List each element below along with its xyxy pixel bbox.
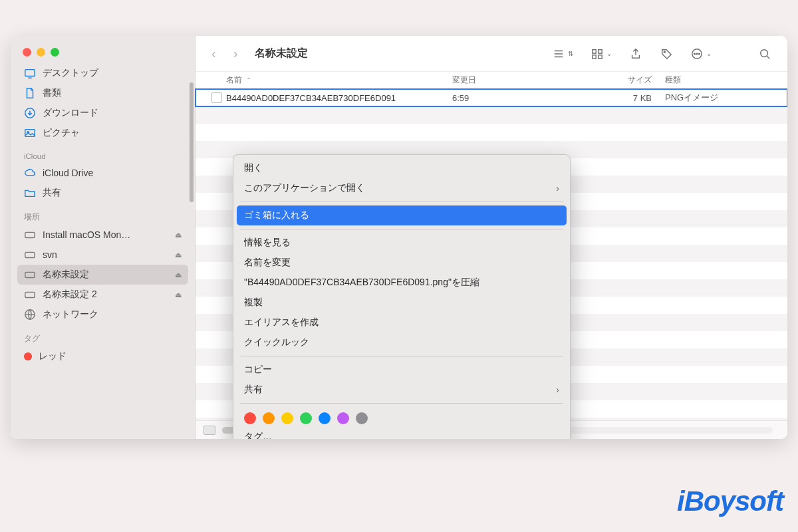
group-by-button[interactable]: ⌄ bbox=[587, 45, 616, 63]
minimize-window-button[interactable] bbox=[37, 48, 45, 57]
sidebar-item-label: iCloud Drive bbox=[43, 168, 93, 178]
disk-icon bbox=[24, 289, 36, 301]
ctx-share[interactable]: 共有 › bbox=[233, 380, 570, 400]
ctx-tags[interactable]: タグ… bbox=[233, 427, 570, 439]
ctx-label: タグ… bbox=[244, 431, 272, 439]
svg-rect-2 bbox=[25, 130, 35, 137]
tag-color-orange[interactable] bbox=[263, 412, 275, 424]
tag-color-blue[interactable] bbox=[319, 412, 331, 424]
toolbar: ‹ › 名称未設定 ⇅ ⌄ ⌄ bbox=[196, 36, 787, 72]
sidebar-item-icloud-drive[interactable]: iCloud Drive bbox=[17, 163, 188, 183]
file-name: B44490AD0DEF37CB34AEB730DFE6D091 bbox=[226, 93, 452, 103]
file-date: 6:59 bbox=[452, 93, 585, 103]
tag-color-green[interactable] bbox=[300, 412, 312, 424]
ctx-rename[interactable]: 名前を変更 bbox=[233, 253, 570, 273]
close-window-button[interactable] bbox=[23, 48, 31, 57]
chevron-down-icon: ⌄ bbox=[706, 50, 712, 57]
eject-icon[interactable]: ⏏ bbox=[175, 251, 182, 259]
ctx-copy[interactable]: コピー bbox=[233, 360, 570, 380]
sidebar-item-svn[interactable]: svn ⏏ bbox=[17, 245, 188, 265]
svg-point-16 bbox=[696, 53, 698, 55]
column-date[interactable]: 変更日 bbox=[452, 74, 585, 86]
column-name-label: 名前 bbox=[226, 74, 242, 86]
column-name[interactable]: 名前 ⌃ bbox=[226, 74, 452, 86]
column-kind[interactable]: 種類 bbox=[665, 74, 774, 86]
ctx-label: クイックルック bbox=[244, 336, 309, 348]
ctx-separator bbox=[240, 229, 563, 229]
ctx-duplicate[interactable]: 複製 bbox=[233, 293, 570, 313]
sidebar-item-label: Install macOS Mon… bbox=[43, 229, 130, 240]
ctx-tag-colors bbox=[233, 407, 570, 427]
svg-rect-5 bbox=[25, 252, 35, 257]
sidebar-item-pictures[interactable]: ピクチャ bbox=[17, 123, 188, 143]
pictures-icon bbox=[24, 127, 36, 139]
sidebar-item-shared[interactable]: 共有 bbox=[17, 183, 188, 203]
cloud-icon bbox=[24, 167, 36, 179]
sidebar-item-tag-red[interactable]: レッド bbox=[17, 346, 188, 366]
ctx-separator bbox=[240, 201, 563, 202]
tag-red-icon bbox=[24, 352, 32, 360]
sidebar-section-locations: 場所 bbox=[17, 203, 188, 225]
ctx-move-to-trash[interactable]: ゴミ箱に入れる bbox=[237, 205, 567, 225]
disk-icon bbox=[24, 269, 36, 281]
tag-color-gray[interactable] bbox=[356, 412, 368, 424]
sidebar-item-network[interactable]: ネットワーク bbox=[17, 305, 188, 325]
downloads-icon bbox=[24, 107, 36, 119]
sidebar-list: デスクトップ 書類 ダウンロード ピクチャ iCloud iCloud Driv… bbox=[11, 63, 195, 373]
svg-rect-11 bbox=[593, 55, 596, 58]
sidebar-section-tags: タグ bbox=[17, 325, 188, 346]
sidebar-item-label: 書類 bbox=[43, 87, 61, 99]
ctx-quick-look[interactable]: クイックルック bbox=[233, 332, 570, 352]
ctx-label: "B44490AD0DEF37CB34AEB730DFE6D091.png"を圧… bbox=[244, 277, 479, 289]
nav-back-button[interactable]: ‹ bbox=[207, 43, 220, 64]
view-mode-button[interactable]: ⇅ bbox=[548, 45, 577, 63]
share-button[interactable] bbox=[625, 45, 646, 63]
svg-point-17 bbox=[699, 53, 700, 55]
sidebar-item-label: ダウンロード bbox=[43, 107, 98, 119]
tag-color-red[interactable] bbox=[244, 412, 256, 424]
eject-icon[interactable]: ⏏ bbox=[175, 271, 182, 279]
ctx-open[interactable]: 開く bbox=[233, 158, 570, 178]
sidebar-item-documents[interactable]: 書類 bbox=[17, 83, 188, 103]
sidebar-item-untitled[interactable]: 名称未設定 ⏏ bbox=[17, 265, 188, 285]
ctx-get-info[interactable]: 情報を見る bbox=[233, 233, 570, 253]
sidebar-item-label: svn bbox=[43, 249, 57, 260]
ctx-separator bbox=[240, 403, 563, 404]
ctx-open-with[interactable]: このアプリケーションで開く › bbox=[233, 178, 570, 198]
tag-color-purple[interactable] bbox=[337, 412, 349, 424]
tag-button[interactable] bbox=[656, 45, 677, 63]
svg-rect-7 bbox=[25, 292, 35, 297]
svg-rect-10 bbox=[598, 49, 602, 53]
sidebar-item-label: 名称未設定 bbox=[43, 269, 89, 281]
ctx-label: エイリアスを作成 bbox=[244, 317, 319, 329]
context-menu: 開く このアプリケーションで開く › ゴミ箱に入れる 情報を見る 名前を変更 "… bbox=[233, 154, 571, 439]
ctx-label: 複製 bbox=[244, 297, 263, 309]
fullscreen-window-button[interactable] bbox=[51, 48, 59, 57]
sidebar-item-untitled-2[interactable]: 名称未設定 2 ⏏ bbox=[17, 285, 188, 305]
sidebar-scrollbar[interactable] bbox=[190, 82, 194, 202]
eject-icon[interactable]: ⏏ bbox=[175, 291, 182, 299]
sidebar-item-downloads[interactable]: ダウンロード bbox=[17, 103, 188, 123]
file-row[interactable]: B44490AD0DEF37CB34AEB730DFE6D091 6:59 7 … bbox=[196, 89, 787, 106]
chevron-right-icon: › bbox=[556, 384, 559, 395]
path-disk-icon[interactable] bbox=[203, 426, 215, 435]
more-actions-button[interactable]: ⌄ bbox=[686, 45, 716, 63]
file-kind: PNGイメージ bbox=[665, 92, 774, 104]
ctx-compress[interactable]: "B44490AD0DEF37CB34AEB730DFE6D091.png"を圧… bbox=[233, 273, 570, 293]
eject-icon[interactable]: ⏏ bbox=[175, 231, 182, 239]
desktop-icon bbox=[24, 67, 36, 79]
search-button[interactable] bbox=[754, 45, 775, 63]
svg-rect-12 bbox=[598, 55, 602, 58]
sidebar-item-label: レッド bbox=[39, 350, 66, 362]
ctx-make-alias[interactable]: エイリアスを作成 bbox=[233, 313, 570, 332]
svg-rect-4 bbox=[25, 232, 35, 237]
sidebar-item-install-macos[interactable]: Install macOS Mon… ⏏ bbox=[17, 225, 188, 245]
sidebar-item-label: 名称未設定 2 bbox=[43, 289, 97, 301]
nav-forward-button[interactable]: › bbox=[229, 43, 242, 64]
svg-rect-0 bbox=[25, 70, 35, 76]
tag-color-yellow[interactable] bbox=[281, 412, 293, 424]
column-size[interactable]: サイズ bbox=[585, 74, 665, 86]
column-header: 名前 ⌃ 変更日 サイズ 種類 bbox=[196, 72, 787, 89]
sidebar-item-desktop[interactable]: デスクトップ bbox=[17, 63, 188, 83]
chevron-updown-icon: ⇅ bbox=[568, 50, 573, 57]
